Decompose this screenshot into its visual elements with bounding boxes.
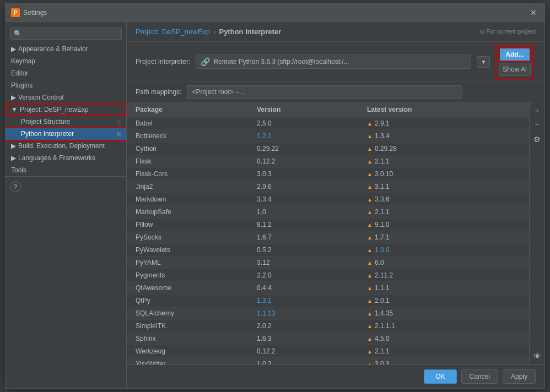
- package-latest: ▲ 0.29.28: [367, 145, 520, 153]
- sidebar-item-plugins[interactable]: Plugins: [6, 79, 126, 91]
- package-version: 1.0: [257, 208, 367, 216]
- package-name: Jinja2: [136, 183, 257, 190]
- python-icon: 🔗: [201, 57, 210, 66]
- packages-area: Package Version Latest version Babel 2.5…: [127, 102, 544, 364]
- arrow-icon: ▶: [11, 142, 16, 150]
- ok-button[interactable]: OK: [424, 369, 456, 384]
- update-arrow-icon: ▲: [367, 323, 373, 329]
- sidebar-item-appearance[interactable]: ▶ Appearance & Behavior: [6, 43, 126, 55]
- remove-package-button[interactable]: −: [531, 118, 543, 130]
- arrow-icon: ▼: [11, 106, 18, 113]
- table-row[interactable]: MarkupSafe 1.0 ▲ 2.1.1: [127, 206, 529, 219]
- sidebar-item-keymap[interactable]: Keymap: [6, 55, 126, 67]
- sidebar-item-build[interactable]: ▶ Build, Execution, Deployment: [6, 140, 126, 152]
- package-name: Flask: [136, 157, 257, 165]
- table-row[interactable]: Flask-Cors 3.0.3 ▲ 3.0.10: [127, 168, 529, 181]
- package-latest: ▲ 3.0.10: [367, 170, 520, 178]
- update-arrow-icon: ▲: [367, 298, 373, 304]
- table-row[interactable]: PyWavelets 0.5.2 ▲ 1.3.0: [127, 244, 529, 257]
- col-header-package: Package: [136, 106, 257, 113]
- table-row[interactable]: Markdown 3.3.4 ▲ 3.3.6: [127, 193, 529, 206]
- package-version: 1.6.7: [257, 233, 367, 241]
- title-bar-left: P Settings: [11, 8, 47, 17]
- package-version: 1.1.13: [257, 309, 367, 317]
- update-arrow-icon: ▲: [367, 361, 373, 365]
- table-row[interactable]: PyYAML 3.12 ▲ 6.0: [127, 257, 529, 269]
- sidebar-item-languages[interactable]: ▶ Languages & Frameworks: [6, 152, 126, 164]
- table-row[interactable]: Cython 0.29.22 ▲ 0.29.28: [127, 143, 529, 155]
- breadcrumb-page: Python Interpreter: [219, 28, 281, 36]
- arrow-icon: ▶: [11, 94, 16, 101]
- table-row[interactable]: Pillow 8.1.2 ▲ 9.1.0: [127, 219, 529, 231]
- table-row[interactable]: XlsxWriter 1.0.2 ▲ 3.0.3: [127, 358, 529, 364]
- package-latest: ▲ 9.1.0: [367, 221, 520, 228]
- package-name: XlsxWriter: [136, 360, 257, 364]
- table-row[interactable]: Sphinx 1.6.3 ▲ 4.5.0: [127, 333, 529, 345]
- side-actions: + − ⚙ 👁: [529, 102, 544, 364]
- bottom-help: ?: [6, 176, 126, 197]
- table-row[interactable]: Babel 2.5.0 ▲ 2.9.1: [127, 117, 529, 130]
- package-latest: ▲ 2.1.1: [367, 208, 520, 216]
- package-latest: ▲ 2.11.2: [367, 271, 520, 279]
- dialog-footer: OK Cancel Apply: [127, 364, 544, 388]
- table-row[interactable]: QtPy 1.3.1 ▲ 2.0.1: [127, 295, 529, 307]
- package-name: SimpleITK: [136, 322, 257, 330]
- add-show-container: Add... Show Al: [498, 46, 531, 77]
- main-content: ▶ Appearance & Behavior Keymap Editor Pl…: [6, 22, 544, 388]
- interpreter-dropdown-btn[interactable]: ▼: [477, 56, 490, 68]
- breadcrumb-project[interactable]: Project: DeSP_newExp: [136, 28, 210, 36]
- cancel-button[interactable]: Cancel: [461, 369, 498, 384]
- table-row[interactable]: SimpleITK 2.0.2 ▲ 2.1.1.1: [127, 320, 529, 333]
- package-version: 2.5.0: [257, 119, 367, 127]
- close-button[interactable]: ✕: [528, 7, 539, 18]
- package-latest: ▲ 2.1.1: [367, 157, 520, 165]
- table-row[interactable]: Jinja2 2.9.6 ▲ 3.1.1: [127, 181, 529, 193]
- path-field[interactable]: <Project root>→...: [187, 85, 462, 99]
- package-name: PyYAML: [136, 259, 257, 266]
- table-row[interactable]: SQLAlchemy 1.1.13 ▲ 1.4.35: [127, 307, 529, 320]
- table-row[interactable]: PySocks 1.6.7 ▲ 1.7.1: [127, 231, 529, 244]
- settings-button[interactable]: ⚙: [531, 133, 543, 145]
- interpreter-label: Project Interpreter:: [136, 58, 190, 66]
- add-package-button[interactable]: +: [531, 105, 543, 117]
- update-arrow-icon: ▲: [367, 222, 373, 228]
- table-row[interactable]: Bottleneck 1.2.1 ▲ 1.3.4: [127, 130, 529, 143]
- col-header-latest: Latest version: [367, 106, 520, 113]
- package-name: Cython: [136, 145, 257, 153]
- search-input[interactable]: [14, 30, 118, 37]
- package-name: QtPy: [136, 297, 257, 304]
- table-row[interactable]: Pygments 2.2.0 ▲ 2.11.2: [127, 269, 529, 282]
- sidebar-item-editor[interactable]: Editor: [6, 67, 126, 79]
- package-version: 0.4.4: [257, 284, 367, 292]
- package-name: Markdown: [136, 195, 257, 203]
- breadcrumb-separator: ›: [213, 28, 215, 36]
- sidebar-item-project[interactable]: ▼ Project: DeSP_newExp: [6, 104, 126, 116]
- table-row[interactable]: Werkzeug 0.12.2 ▲ 2.1.1: [127, 345, 529, 358]
- table-row[interactable]: QtAwesome 0.4.4 ▲ 1.1.1: [127, 282, 529, 295]
- show-all-button[interactable]: Show Al: [499, 63, 530, 76]
- help-button[interactable]: ?: [10, 181, 21, 192]
- path-bar: Path mappings: <Project root>→...: [127, 82, 544, 102]
- sidebar-item-version-control[interactable]: ▶ Version Control: [6, 91, 126, 104]
- sidebar-item-tools[interactable]: Tools: [6, 164, 126, 176]
- table-row[interactable]: Flask 0.12.2 ▲ 2.1.1: [127, 155, 529, 168]
- package-name: Werkzeug: [136, 347, 257, 355]
- arrow-icon: ▶: [11, 45, 16, 53]
- update-arrow-icon: ▲: [367, 121, 373, 127]
- search-box[interactable]: [10, 28, 122, 40]
- sidebar-item-python-interpreter[interactable]: Python Interpreter ⎘: [6, 128, 126, 140]
- apply-button[interactable]: Apply: [503, 369, 536, 384]
- breadcrumb: Project: DeSP_newExp › Python Interprete…: [127, 22, 544, 42]
- update-arrow-icon: ▲: [367, 273, 373, 279]
- col-header-version: Version: [257, 106, 367, 113]
- add-button[interactable]: Add...: [499, 47, 530, 62]
- package-latest: ▲ 6.0: [367, 259, 520, 266]
- package-latest: ▲ 1.1.1: [367, 284, 520, 292]
- package-latest: ▲ 1.4.35: [367, 309, 520, 317]
- copy-icon: ⎘: [117, 119, 121, 125]
- interpreter-field[interactable]: 🔗 Remote Python 3.6.3 (sftp://root@local…: [196, 55, 471, 69]
- eye-button[interactable]: 👁: [531, 350, 543, 362]
- package-name: Pygments: [136, 271, 257, 279]
- sidebar-item-project-structure[interactable]: Project Structure ⎘: [6, 116, 126, 128]
- package-name: Bottleneck: [136, 132, 257, 140]
